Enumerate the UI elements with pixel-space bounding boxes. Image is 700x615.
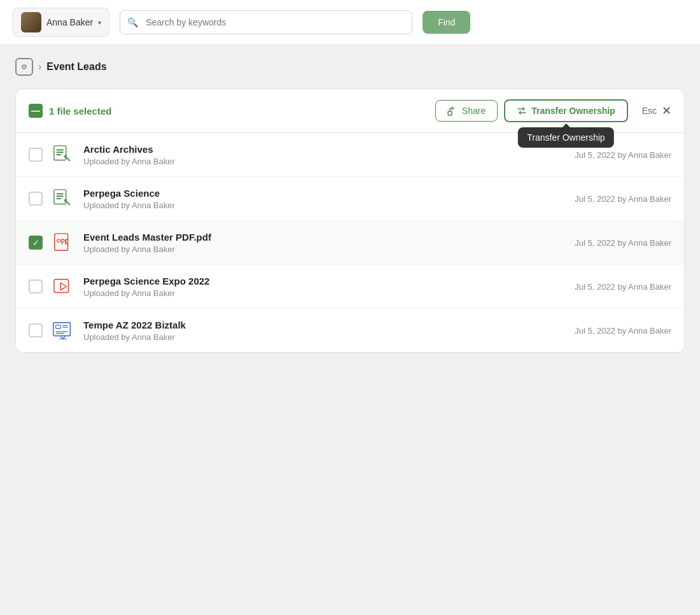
file-info: Tempe AZ 2022 Biztalk Uploaded by Anna B… xyxy=(83,320,566,342)
svg-rect-14 xyxy=(53,323,70,336)
toolbar: — 1 file selected Share xyxy=(16,89,684,133)
file-icon xyxy=(52,231,74,254)
svg-rect-15 xyxy=(56,325,61,329)
file-icon xyxy=(52,275,74,298)
transfer-icon xyxy=(517,106,527,116)
svg-point-1 xyxy=(24,66,25,67)
row-checkbox[interactable] xyxy=(29,148,43,162)
chevron-down-icon: ▾ xyxy=(98,19,101,26)
search-icon: 🔍 xyxy=(127,17,138,27)
selected-count-label: 1 file selected xyxy=(49,106,111,117)
file-icon xyxy=(52,187,74,210)
transfer-button-wrapper: Transfer Ownership Transfer Ownership xyxy=(504,99,627,122)
transfer-label: Transfer Ownership xyxy=(531,106,615,116)
main-content: › Event Leads — 1 file selected Share xyxy=(0,45,700,365)
file-info: Event Leads Master PDF.pdf Uploaded by A… xyxy=(83,232,566,254)
file-date: Jul 5, 2022 by Anna Baker xyxy=(575,238,671,248)
file-name: Tempe AZ 2022 Biztalk xyxy=(83,320,566,330)
file-rows: Arctic Archives Uploaded by Anna Baker J… xyxy=(16,133,684,352)
file-row[interactable]: Tempe AZ 2022 Biztalk Uploaded by Anna B… xyxy=(16,309,684,352)
svg-rect-4 xyxy=(57,150,64,151)
file-info: Arctic Archives Uploaded by Anna Baker xyxy=(83,144,566,166)
file-date: Jul 5, 2022 by Anna Baker xyxy=(575,326,671,336)
file-date: Jul 5, 2022 by Anna Baker xyxy=(575,282,671,292)
transfer-ownership-button[interactable]: Transfer Ownership xyxy=(504,99,627,122)
toolbar-buttons: Share Transfer Ownership Transfer Owners… xyxy=(435,99,671,122)
row-checkbox[interactable] xyxy=(29,192,43,206)
search-input[interactable] xyxy=(120,10,412,34)
slides-icon xyxy=(52,320,74,341)
svg-marker-13 xyxy=(60,283,66,290)
file-row[interactable]: Perpega Science Uploaded by Anna Baker J… xyxy=(16,177,684,221)
file-uploader: Uploaded by Anna Baker xyxy=(83,244,566,254)
file-name: Arctic Archives xyxy=(83,144,566,155)
svg-rect-9 xyxy=(57,195,64,197)
pdf-icon xyxy=(52,232,74,253)
header: Anna Baker ▾ 🔍 Find xyxy=(0,0,700,45)
breadcrumb-label: Event Leads xyxy=(46,61,106,73)
user-name-label: Anna Baker xyxy=(46,17,93,27)
row-checkbox[interactable] xyxy=(29,323,43,337)
svg-rect-10 xyxy=(57,198,62,199)
file-row[interactable]: Perpega Science Expo 2022 Uploaded by An… xyxy=(16,265,684,309)
share-button[interactable]: Share xyxy=(435,100,498,122)
breadcrumb-separator: › xyxy=(38,61,41,73)
row-checkbox[interactable]: ✓ xyxy=(29,236,43,250)
close-icon[interactable]: ✕ xyxy=(662,104,671,118)
file-uploader: Uploaded by Anna Baker xyxy=(83,201,566,210)
share-icon xyxy=(447,106,458,116)
file-uploader: Uploaded by Anna Baker xyxy=(83,157,566,166)
file-uploader: Uploaded by Anna Baker xyxy=(83,332,566,342)
folder-icon xyxy=(15,58,33,76)
svg-rect-2 xyxy=(448,111,452,115)
file-date: Jul 5, 2022 by Anna Baker xyxy=(575,194,671,204)
spreadsheet-icon xyxy=(52,144,74,166)
breadcrumb: › Event Leads xyxy=(15,58,685,76)
esc-label: Esc xyxy=(642,106,657,116)
file-date: Jul 5, 2022 by Anna Baker xyxy=(575,150,671,160)
svg-rect-8 xyxy=(57,194,64,195)
file-list-container: — 1 file selected Share xyxy=(15,88,685,353)
user-badge[interactable]: Anna Baker ▾ xyxy=(13,8,109,37)
minus-checkbox[interactable]: — xyxy=(29,104,43,118)
spreadsheet-icon xyxy=(52,188,74,209)
svg-rect-7 xyxy=(54,190,66,204)
avatar xyxy=(21,12,41,32)
find-button[interactable]: Find xyxy=(423,11,470,34)
svg-rect-6 xyxy=(57,154,62,155)
file-icon xyxy=(52,143,74,166)
selected-indicator: — 1 file selected xyxy=(29,104,428,118)
file-row[interactable]: Arctic Archives Uploaded by Anna Baker J… xyxy=(16,133,684,177)
share-label: Share xyxy=(462,106,486,116)
file-name: Perpega Science Expo 2022 xyxy=(83,276,566,286)
file-uploader: Uploaded by Anna Baker xyxy=(83,288,566,298)
file-info: Perpega Science Expo 2022 Uploaded by An… xyxy=(83,276,566,298)
row-checkbox[interactable] xyxy=(29,279,43,293)
file-name: Event Leads Master PDF.pdf xyxy=(83,232,566,243)
esc-button[interactable]: Esc ✕ xyxy=(642,104,671,118)
svg-rect-5 xyxy=(57,152,64,153)
search-container: 🔍 xyxy=(120,10,412,34)
file-info: Perpega Science Uploaded by Anna Baker xyxy=(83,188,566,210)
file-icon xyxy=(52,319,74,342)
file-row[interactable]: ✓ Event Leads Master PDF.pdf Uploaded by… xyxy=(16,221,684,265)
file-name: Perpega Science xyxy=(83,188,566,199)
video-icon xyxy=(52,276,74,297)
